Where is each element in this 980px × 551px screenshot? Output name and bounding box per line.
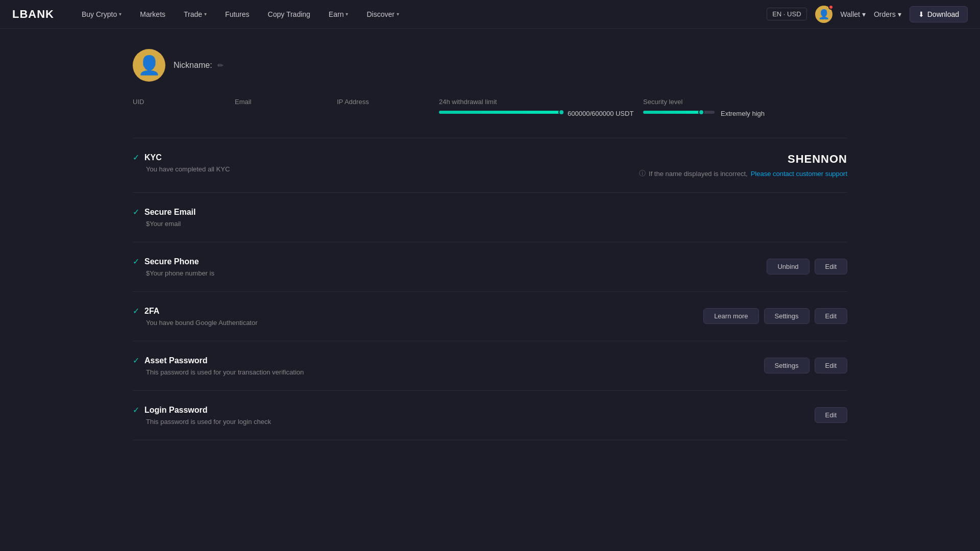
nav-markets[interactable]: Markets — [133, 6, 173, 22]
nav-buy-crypto[interactable]: Buy Crypto ▾ — [75, 6, 129, 22]
lang-selector[interactable]: EN · USD — [767, 8, 806, 20]
kyc-check-icon: ✓ — [133, 153, 139, 162]
nav-futures[interactable]: Futures — [218, 6, 256, 22]
secure-phone-check-icon: ✓ — [133, 257, 139, 266]
asset-password-left: ✓ Asset Password This password is used f… — [133, 356, 304, 376]
kyc-note: ⓘ If the name displayed is incorrect, Pl… — [639, 169, 847, 178]
kyc-section: ✓ KYC You have completed all KYC SHENNON… — [133, 138, 847, 193]
twofa-title-row: ✓ 2FA — [133, 306, 258, 316]
chevron-down-icon: ▾ — [119, 11, 121, 17]
ip-label: IP Address — [337, 98, 439, 106]
secure-phone-section: ✓ Secure Phone $Your phone number is Unb… — [133, 242, 847, 292]
asset-password-desc: This password is used for your transacti… — [133, 368, 304, 376]
security-label: Security level — [643, 98, 847, 106]
edit-nickname-icon[interactable]: ✏ — [217, 61, 224, 69]
kyc-desc: You have completed all KYC — [133, 165, 230, 173]
info-icon: ⓘ — [639, 169, 646, 178]
twofa-check-icon: ✓ — [133, 306, 139, 316]
learn-more-button[interactable]: Learn more — [703, 308, 758, 324]
security-progress-bar — [643, 111, 715, 114]
chevron-down-icon: ▾ — [204, 11, 207, 17]
secure-email-check-icon: ✓ — [133, 207, 139, 217]
nav-copy-trading[interactable]: Copy Trading — [261, 6, 317, 22]
asset-password-right: Settings Edit — [764, 358, 847, 373]
withdrawal-progress-fill — [439, 111, 561, 114]
withdrawal-col: 24h withdrawal limit 600000/600000 USDT — [439, 98, 643, 117]
login-password-check-icon: ✓ — [133, 405, 139, 415]
security-col: Security level Extremely high — [643, 98, 847, 117]
security-progress-dot — [698, 109, 704, 115]
twofa-title: 2FA — [144, 307, 159, 316]
security-progress-fill — [643, 111, 704, 114]
asset-password-title-row: ✓ Asset Password — [133, 356, 304, 365]
main-content: 👤 Nickname: ✏ UID Email IP Address 24h w… — [0, 29, 980, 461]
kyc-title-row: ✓ KYC — [133, 153, 230, 162]
secure-phone-right: Unbind Edit — [767, 259, 847, 274]
header: LBANK Buy Crypto ▾ Markets Trade ▾ Futur… — [0, 0, 980, 29]
login-password-title: Login Password — [144, 406, 208, 415]
logo[interactable]: LBANK — [12, 8, 54, 21]
twofa-desc: You have bound Google Authenticator — [133, 319, 258, 327]
login-password-desc: This password is used for your login che… — [133, 418, 271, 425]
asset-settings-button[interactable]: Settings — [764, 358, 810, 373]
asset-password-section: ✓ Asset Password This password is used f… — [133, 341, 847, 391]
nickname-row: Nickname: ✏ — [174, 61, 224, 70]
profile-info-row: UID Email IP Address 24h withdrawal limi… — [133, 98, 847, 117]
kyc-left: ✓ KYC You have completed all KYC — [133, 153, 230, 173]
secure-email-title: Secure Email — [144, 208, 196, 217]
nav-discover[interactable]: Discover ▾ — [359, 6, 406, 22]
secure-phone-desc: $Your phone number is — [133, 269, 214, 277]
kyc-name: SHENNON — [788, 153, 847, 166]
twofa-section: ✓ 2FA You have bound Google Authenticato… — [133, 292, 847, 341]
asset-password-title: Asset Password — [144, 356, 208, 365]
twofa-right: Learn more Settings Edit — [703, 308, 847, 324]
login-password-section: ✓ Login Password This password is used f… — [133, 391, 847, 440]
twofa-settings-button[interactable]: Settings — [764, 308, 810, 324]
chevron-down-icon: ▾ — [397, 11, 399, 17]
secure-email-section: ✓ Secure Email $Your email — [133, 193, 847, 242]
nav: Buy Crypto ▾ Markets Trade ▾ Futures Cop… — [75, 6, 767, 22]
withdrawal-progress-bar — [439, 111, 561, 114]
twofa-left: ✓ 2FA You have bound Google Authenticato… — [133, 306, 258, 327]
nav-trade[interactable]: Trade ▾ — [177, 6, 214, 22]
secure-phone-title-row: ✓ Secure Phone — [133, 257, 214, 266]
chevron-down-icon: ▾ — [346, 11, 348, 17]
ip-col: IP Address — [337, 98, 439, 117]
login-edit-button[interactable]: Edit — [815, 407, 847, 423]
email-label: Email — [235, 98, 337, 106]
uid-label: UID — [133, 98, 235, 106]
avatar-wrapper[interactable]: 👤 — [815, 6, 832, 23]
asset-edit-button[interactable]: Edit — [815, 358, 847, 373]
nav-earn[interactable]: Earn ▾ — [322, 6, 356, 22]
contact-support-link[interactable]: Please contact customer support — [751, 170, 847, 178]
profile-section: 👤 Nickname: ✏ UID Email IP Address 24h w… — [133, 49, 847, 117]
wallet-button[interactable]: Wallet ▾ — [841, 10, 866, 18]
chevron-down-icon: ▾ — [898, 10, 901, 18]
login-password-right: Edit — [815, 407, 847, 423]
withdrawal-value: 600000/600000 USDT — [568, 110, 633, 117]
download-icon: ⬇ — [918, 10, 924, 18]
orders-button[interactable]: Orders ▾ — [874, 10, 901, 18]
user-avatar: 👤 — [133, 49, 165, 82]
kyc-right: SHENNON ⓘ If the name displayed is incor… — [639, 153, 847, 178]
secure-phone-left: ✓ Secure Phone $Your phone number is — [133, 257, 214, 277]
withdrawal-progress-dot — [558, 109, 565, 115]
withdrawal-label: 24h withdrawal limit — [439, 98, 643, 106]
edit-phone-button[interactable]: Edit — [815, 259, 847, 274]
profile-top: 👤 Nickname: ✏ — [133, 49, 847, 82]
login-password-title-row: ✓ Login Password — [133, 405, 271, 415]
uid-col: UID — [133, 98, 235, 117]
download-button[interactable]: ⬇ Download — [910, 6, 968, 22]
nickname-label: Nickname: — [174, 61, 212, 70]
security-value: Extremely high — [721, 110, 765, 117]
asset-password-check-icon: ✓ — [133, 356, 139, 365]
email-col: Email — [235, 98, 337, 117]
header-right: EN · USD 👤 Wallet ▾ Orders ▾ ⬇ Download — [767, 6, 968, 23]
twofa-edit-button[interactable]: Edit — [815, 308, 847, 324]
unbind-button[interactable]: Unbind — [767, 259, 809, 274]
notification-dot — [828, 5, 834, 10]
secure-phone-title: Secure Phone — [144, 257, 199, 266]
secure-email-desc: $Your email — [133, 220, 196, 228]
secure-email-left: ✓ Secure Email $Your email — [133, 207, 196, 228]
chevron-down-icon: ▾ — [862, 10, 866, 18]
